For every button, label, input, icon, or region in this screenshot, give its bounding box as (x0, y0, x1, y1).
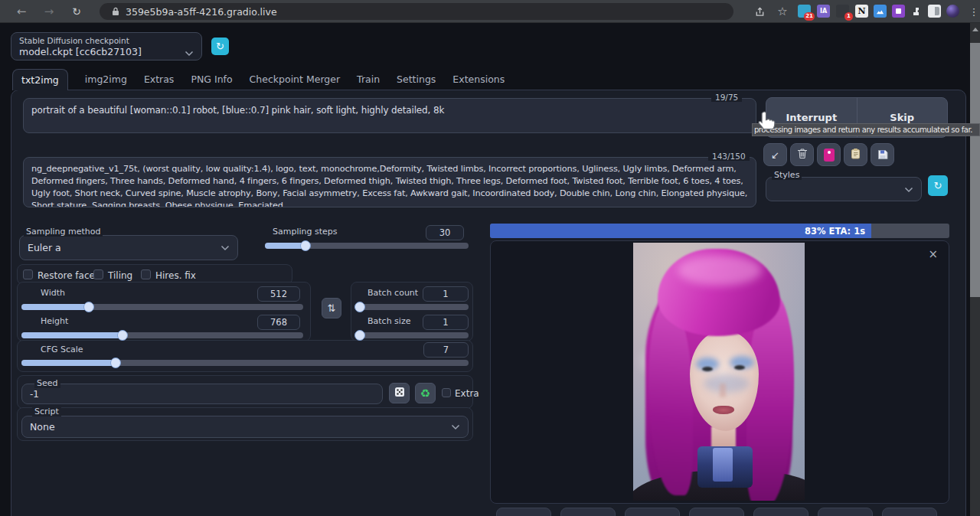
action-button[interactable] (560, 508, 616, 516)
panel-glyph (935, 7, 939, 15)
tiling-label: Tiling (108, 270, 132, 281)
tab-train[interactable]: Train (357, 73, 380, 85)
trash-icon (797, 148, 808, 162)
profile-avatar[interactable] (946, 5, 959, 18)
sampling-steps-input[interactable]: 30 (426, 225, 464, 240)
scrollbar-up-arrow[interactable] (972, 28, 978, 31)
address-bar[interactable]: 359e5b9a-a5ff-4216.gradio.live (100, 3, 733, 20)
action-button[interactable] (753, 508, 808, 516)
reuse-seed-button[interactable]: ♻ (415, 383, 436, 403)
restore-faces-label: Restore faces (38, 270, 100, 281)
main-tabs: txt2img img2img Extras PNG Info Checkpoi… (12, 69, 505, 90)
generated-image[interactable] (633, 243, 805, 501)
bookmark-star-icon[interactable]: ☆ (772, 0, 793, 23)
slider-fill (21, 332, 122, 338)
tiling-checkbox[interactable] (93, 269, 103, 279)
seed-extra-label: Extra (455, 388, 479, 399)
random-seed-button[interactable] (389, 383, 410, 403)
checkpoint-refresh-button[interactable]: ↻ (211, 38, 229, 55)
chevron-down-icon (185, 45, 194, 60)
prompt-textarea[interactable]: portrait of a beautiful [woman::0.1] rob… (23, 98, 756, 133)
slider-handle[interactable] (117, 330, 128, 341)
sampling-method-select[interactable]: Euler a (19, 235, 238, 260)
tab-checkpoint-merger[interactable]: Checkpoint Merger (250, 73, 340, 85)
styles-refresh-button[interactable]: ↻ (928, 175, 948, 196)
cfg-scale-label: CFG Scale (38, 345, 86, 354)
slider-handle[interactable] (300, 240, 311, 251)
clear-prompt-button[interactable] (790, 143, 814, 166)
browser-menu-icon[interactable]: ⋮ (963, 0, 980, 23)
scrollbar-thumb[interactable] (970, 43, 980, 297)
styles-dropdown[interactable] (766, 177, 922, 201)
purple-glyph (896, 8, 901, 14)
sampling-steps-slider[interactable] (265, 243, 469, 249)
batch-count-slider[interactable] (357, 304, 469, 310)
tab-txt2img[interactable]: txt2img (12, 69, 68, 90)
url-text: 359e5b9a-a5ff-4216.gradio.live (126, 6, 277, 18)
action-button[interactable] (689, 508, 744, 516)
seed-input[interactable]: -1 (21, 384, 383, 404)
eye-left (702, 367, 713, 371)
width-slider[interactable] (21, 304, 303, 310)
extension-camera-icon[interactable]: 1 (836, 5, 849, 18)
restore-faces-checkbox[interactable] (23, 269, 33, 279)
slider-handle[interactable] (354, 302, 365, 312)
extension-purple-icon[interactable] (892, 5, 905, 18)
side-panel-icon[interactable] (928, 5, 941, 18)
extension-image-icon[interactable] (874, 5, 887, 18)
batch-size-input[interactable]: 1 (423, 315, 469, 330)
apply-style-button[interactable] (844, 143, 867, 166)
swap-dimensions-button[interactable]: ⇅ (322, 298, 341, 318)
share-icon[interactable] (749, 0, 770, 23)
slider-handle[interactable] (83, 302, 94, 312)
tab-extras[interactable]: Extras (144, 73, 175, 85)
width-input[interactable]: 512 (257, 286, 300, 302)
styles-label: Styles (772, 170, 802, 180)
extension-pin-icon[interactable]: 21 (798, 5, 811, 18)
paste-params-button[interactable]: ↙ (763, 143, 787, 166)
script-dropdown[interactable]: None (21, 416, 469, 438)
action-button[interactable] (882, 508, 937, 516)
action-button[interactable] (496, 508, 551, 516)
hires-fix-checkbox[interactable] (141, 269, 151, 279)
checkpoint-dropdown[interactable]: Stable Diffusion checkpoint model.ckpt [… (11, 32, 202, 60)
action-button[interactable] (625, 508, 680, 516)
slider-handle[interactable] (110, 358, 121, 368)
extension-ia-icon[interactable]: IA (817, 5, 830, 18)
forward-button[interactable]: → (38, 0, 60, 23)
extensions-puzzle-icon[interactable] (910, 5, 923, 18)
floppy-save-icon (877, 148, 888, 162)
recycle-icon: ♻ (420, 387, 430, 400)
tab-extensions[interactable]: Extensions (452, 73, 505, 85)
sampling-steps-label: Sampling steps (273, 227, 338, 237)
height-label: Height (38, 316, 70, 326)
cfg-scale-slider[interactable] (21, 360, 469, 366)
nose-shadow (720, 384, 726, 397)
batch-size-slider[interactable] (357, 332, 469, 338)
close-icon[interactable]: × (928, 247, 938, 261)
save-style-button[interactable] (871, 143, 894, 166)
scrollbar-track[interactable] (970, 23, 980, 516)
cfg-scale-input[interactable]: 7 (423, 342, 469, 358)
tab-settings[interactable]: Settings (397, 73, 436, 85)
tab-png-info[interactable]: PNG Info (191, 73, 232, 85)
slider-handle[interactable] (354, 330, 365, 341)
height-input[interactable]: 768 (257, 315, 300, 330)
extension-badge: 1 (844, 12, 853, 21)
back-button[interactable]: ← (11, 0, 32, 23)
script-value: None (30, 421, 55, 433)
reload-button[interactable]: ↻ (66, 0, 87, 23)
extra-networks-button[interactable] (817, 143, 841, 166)
sampling-method-label: Sampling method (24, 227, 103, 237)
action-button[interactable] (818, 508, 873, 516)
seed-extra-checkbox[interactable] (442, 388, 451, 397)
ia-label: IA (820, 8, 827, 15)
negative-prompt-textarea[interactable]: ng_deepnegative_v1_75t, (worst quality, … (23, 157, 756, 207)
batch-count-input[interactable]: 1 (423, 286, 469, 302)
tab-img2img[interactable]: img2img (85, 73, 127, 85)
extension-notion-icon[interactable]: N (855, 5, 868, 18)
height-slider[interactable] (21, 332, 303, 338)
interrupt-tooltip: Stop processing images and return any re… (752, 123, 980, 136)
lock-icon (112, 7, 119, 16)
seed-label: Seed (34, 378, 60, 388)
